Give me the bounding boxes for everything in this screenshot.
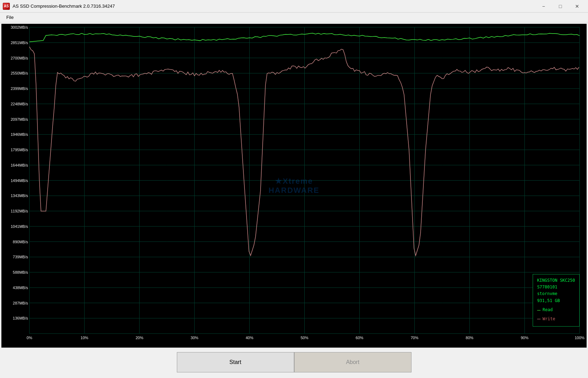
legend-write-label: Write xyxy=(542,316,555,322)
window-controls: − □ ✕ xyxy=(535,1,585,11)
main-content: ★Xtreme HARDWARE KINGSTON SKC250 S778010… xyxy=(0,22,588,378)
minimize-button[interactable]: − xyxy=(535,1,552,11)
button-bar: Start Abort xyxy=(1,348,587,377)
legend-size: 931,51 GB xyxy=(537,298,575,304)
benchmark-canvas xyxy=(1,24,587,348)
title-bar: AS AS SSD Compression-Benchmark 2.0.7316… xyxy=(0,0,588,13)
abort-button[interactable]: Abort xyxy=(294,352,411,372)
menu-file[interactable]: File xyxy=(3,14,17,21)
chart-area: ★Xtreme HARDWARE KINGSTON SKC250 S778010… xyxy=(1,24,587,348)
close-button[interactable]: ✕ xyxy=(569,1,585,11)
window-title: AS SSD Compression-Benchmark 2.0.7316.34… xyxy=(13,4,535,9)
legend-box: KINGSTON SKC250 S7780101 stornvme 931,51… xyxy=(533,274,580,327)
start-button[interactable]: Start xyxy=(177,352,294,372)
maximize-button[interactable]: □ xyxy=(552,1,568,11)
legend-driver: stornvme xyxy=(537,290,575,297)
legend-read-label: Read xyxy=(542,307,553,313)
legend-serial: S7780101 xyxy=(537,284,575,290)
menu-bar: File xyxy=(0,13,588,22)
app-icon: AS xyxy=(3,3,10,10)
main-window: AS AS SSD Compression-Benchmark 2.0.7316… xyxy=(0,0,588,378)
legend-device: KINGSTON SKC250 xyxy=(537,277,575,284)
